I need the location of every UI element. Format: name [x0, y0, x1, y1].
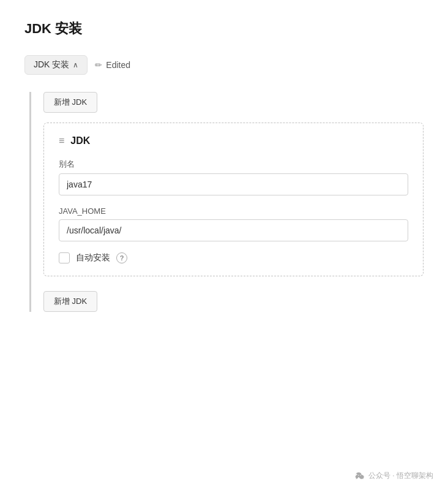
- edited-badge: ✏ Edited: [95, 60, 130, 70]
- drag-handle-icon[interactable]: ≡: [59, 135, 64, 146]
- chevron-up-icon: ∧: [73, 61, 78, 69]
- auto-install-label: 自动安装: [76, 252, 110, 263]
- edited-label: Edited: [106, 60, 130, 70]
- auto-install-row: 自动安装 ?: [59, 252, 408, 263]
- java-home-label: JAVA_HOME: [59, 206, 408, 216]
- jdk-card-title: JDK: [70, 135, 90, 146]
- wechat-icon: [355, 471, 365, 481]
- java-home-input[interactable]: [59, 219, 408, 241]
- breadcrumb-pill[interactable]: JDK 安装 ∧: [24, 55, 88, 75]
- add-jdk-top-button[interactable]: 新增 JDK: [43, 92, 97, 113]
- watermark: 公众号 · 悟空聊架构: [355, 471, 433, 481]
- main-content: 新增 JDK ≡ JDK 别名 JAVA_HOME 自动安装 ? 新增 JD: [24, 92, 424, 312]
- alias-label: 别名: [59, 159, 408, 170]
- jdk-card: ≡ JDK 别名 JAVA_HOME 自动安装 ?: [43, 123, 424, 276]
- breadcrumb-row: JDK 安装 ∧ ✏ Edited: [24, 55, 424, 75]
- jdk-card-header: ≡ JDK: [59, 135, 408, 146]
- edit-icon: ✏: [95, 60, 102, 70]
- left-border-section: 新增 JDK ≡ JDK 别名 JAVA_HOME 自动安装 ? 新增 JD: [29, 92, 424, 312]
- alias-input[interactable]: [59, 173, 408, 195]
- alias-field-group: 别名: [59, 159, 408, 195]
- auto-install-checkbox[interactable]: [59, 252, 70, 263]
- breadcrumb-label: JDK 安装: [34, 59, 69, 70]
- add-jdk-bottom-button[interactable]: 新增 JDK: [43, 291, 97, 312]
- java-home-field-group: JAVA_HOME: [59, 206, 408, 241]
- help-icon[interactable]: ?: [116, 252, 127, 263]
- page-title: JDK 安装: [24, 20, 424, 38]
- watermark-text: 公众号 · 悟空聊架构: [368, 471, 433, 481]
